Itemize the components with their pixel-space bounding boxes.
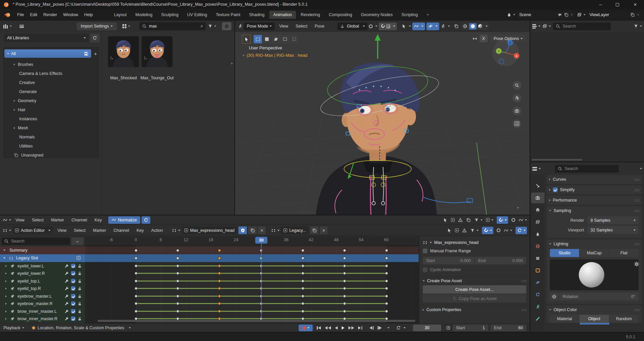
tab-texture-paint[interactable]: Texture Paint xyxy=(212,11,244,19)
scene-browse-icon[interactable] xyxy=(507,12,515,17)
channel-brow-inner-master-r[interactable]: brow_inner_master.R xyxy=(1,315,85,322)
keyframe-dot[interactable] xyxy=(301,264,304,267)
catalog-unassigned[interactable]: Unassigned xyxy=(14,151,43,160)
remove-viewlayer-icon[interactable]: × xyxy=(637,12,639,17)
select-subtract-button[interactable] xyxy=(281,35,289,43)
unlink-action-button[interactable]: × xyxy=(258,226,266,234)
current-frame-badge[interactable]: 30 xyxy=(255,237,267,244)
ghost-curves-icon[interactable] xyxy=(466,218,471,222)
frame-start-field[interactable]: Start1 xyxy=(453,325,488,331)
rotation-sphere-button[interactable] xyxy=(426,23,439,30)
catalog-camera-lens-effects[interactable]: Camera & Lens Effects xyxy=(19,69,62,78)
outliner-display-mode[interactable] xyxy=(542,24,551,29)
lock-icon[interactable] xyxy=(77,271,82,276)
copy-pose-as-asset-button[interactable]: Copy Pose as Asset xyxy=(423,294,526,303)
mode-selector[interactable]: Pose Mode xyxy=(244,23,275,30)
action-menu-marker[interactable]: Marker xyxy=(90,228,109,233)
channel-eyebrow-master-l[interactable]: eyebrow_master.L xyxy=(1,293,85,300)
frame-end-field[interactable]: End60 xyxy=(491,325,526,331)
snap-toggle-button[interactable] xyxy=(379,23,397,30)
panel-lighting[interactable]: Lighting Studio MatCap Flat Rotation 0° xyxy=(546,240,642,304)
frame-jump-options-icon[interactable] xyxy=(387,327,389,329)
current-frame-field[interactable]: 30 xyxy=(413,325,441,331)
x-mirror-button[interactable]: X xyxy=(480,35,488,42)
keyframe-dot[interactable] xyxy=(176,257,179,260)
summary-channel[interactable]: Summary xyxy=(0,247,85,254)
channel-eyelid-lower-r[interactable]: eyelid_lower.R xyxy=(1,270,85,277)
lock-icon[interactable] xyxy=(77,286,82,291)
panel-performance[interactable]: Performance xyxy=(546,196,642,205)
drag-handle-icon[interactable] xyxy=(634,309,639,311)
keyframe-dot[interactable] xyxy=(343,249,346,252)
keying-set-selector[interactable]: Location, Rotation, Scale & Custom Prope… xyxy=(32,326,131,330)
tab-object[interactable]: Object xyxy=(579,315,609,323)
tab-modeling[interactable]: Modeling xyxy=(131,11,156,19)
selected-only-box-icon[interactable] xyxy=(455,228,459,232)
tab-material[interactable]: Material xyxy=(550,315,579,323)
catalog-all[interactable]: All xyxy=(4,49,91,58)
asset-thumb-max-shocked[interactable] xyxy=(108,36,139,67)
viewlayer-selector[interactable]: ViewLayer × xyxy=(588,11,641,18)
select-intersect-button[interactable] xyxy=(290,35,298,43)
keyframe-dot[interactable] xyxy=(385,280,388,283)
modifier-wrench-icon[interactable] xyxy=(64,309,69,314)
keyframe-dot[interactable] xyxy=(135,310,138,313)
keyframe-dot[interactable] xyxy=(343,257,346,260)
sync-markers-button[interactable] xyxy=(516,227,527,234)
tab-output[interactable] xyxy=(531,205,544,215)
slot-browse-button[interactable] xyxy=(271,229,279,232)
keyframe-dot[interactable] xyxy=(218,249,221,252)
tab-constraints[interactable] xyxy=(531,289,544,300)
tab-tool[interactable] xyxy=(531,180,544,191)
new-action-button[interactable] xyxy=(248,226,257,234)
viewport-3d[interactable]: Pose Mode View Select Pose Global xyxy=(235,20,530,215)
tab-physics[interactable] xyxy=(531,277,544,288)
zoom-icon[interactable] xyxy=(513,81,521,90)
tweak-tool-button[interactable] xyxy=(242,35,251,44)
show-errors-icon[interactable] xyxy=(462,228,467,233)
overlays-button[interactable] xyxy=(454,24,459,29)
keyframe-dot[interactable] xyxy=(176,287,179,290)
jump-to-end-button[interactable] xyxy=(358,326,362,330)
tab-rendering[interactable]: Rendering xyxy=(297,11,324,19)
keyframe-dot[interactable] xyxy=(385,257,388,260)
loop-playback-button[interactable] xyxy=(396,326,406,330)
drag-handle-icon[interactable] xyxy=(634,178,639,181)
object-color-swatch[interactable] xyxy=(580,323,609,325)
menu-help[interactable]: Help xyxy=(81,12,96,17)
keyframe-dot[interactable] xyxy=(176,310,179,313)
asset-label[interactable]: Max_Shocked xyxy=(105,76,142,80)
tab-object[interactable] xyxy=(531,265,544,276)
maximize-button[interactable] xyxy=(609,0,626,9)
keyframe-dot[interactable] xyxy=(176,295,179,298)
manual-frame-range-checkbox[interactable] xyxy=(423,249,427,253)
rotation-slider[interactable]: Rotation 0° xyxy=(559,293,639,300)
lock-icon[interactable] xyxy=(77,264,82,268)
simplify-checkbox[interactable] xyxy=(553,187,558,192)
mute-checkbox[interactable] xyxy=(71,309,75,313)
viewlayer-browse-icon[interactable] xyxy=(577,12,585,17)
mute-checkbox[interactable] xyxy=(71,316,75,321)
keyframe-dot[interactable] xyxy=(176,280,179,283)
unlink-slot-button[interactable]: × xyxy=(320,226,328,234)
mute-checkbox[interactable] xyxy=(71,301,75,306)
tab-flat[interactable]: Flat xyxy=(609,249,639,257)
action-menu-key[interactable]: Key xyxy=(134,228,147,233)
tab-collection[interactable] xyxy=(531,253,544,264)
properties-search-input[interactable]: Search xyxy=(555,165,619,173)
keyframe-dot[interactable] xyxy=(135,302,138,305)
mute-checkbox[interactable] xyxy=(71,294,75,298)
drag-handle-icon[interactable] xyxy=(634,189,639,191)
panel-simplify[interactable]: Simplify xyxy=(546,185,642,194)
keyframe-dot[interactable] xyxy=(301,295,304,298)
catalog-normals[interactable]: Normals xyxy=(19,133,35,141)
playhead[interactable] xyxy=(261,237,262,320)
keyframe-dot[interactable] xyxy=(385,272,388,275)
lock-icon[interactable] xyxy=(77,309,82,314)
ortho-grid-icon[interactable] xyxy=(513,119,521,128)
keyframe-dot[interactable] xyxy=(218,287,221,290)
keyframe-dot[interactable] xyxy=(343,310,346,313)
transform-orientation[interactable]: Global xyxy=(337,23,367,30)
outliner-filter-button[interactable] xyxy=(634,24,642,29)
close-button[interactable]: × xyxy=(627,0,644,9)
